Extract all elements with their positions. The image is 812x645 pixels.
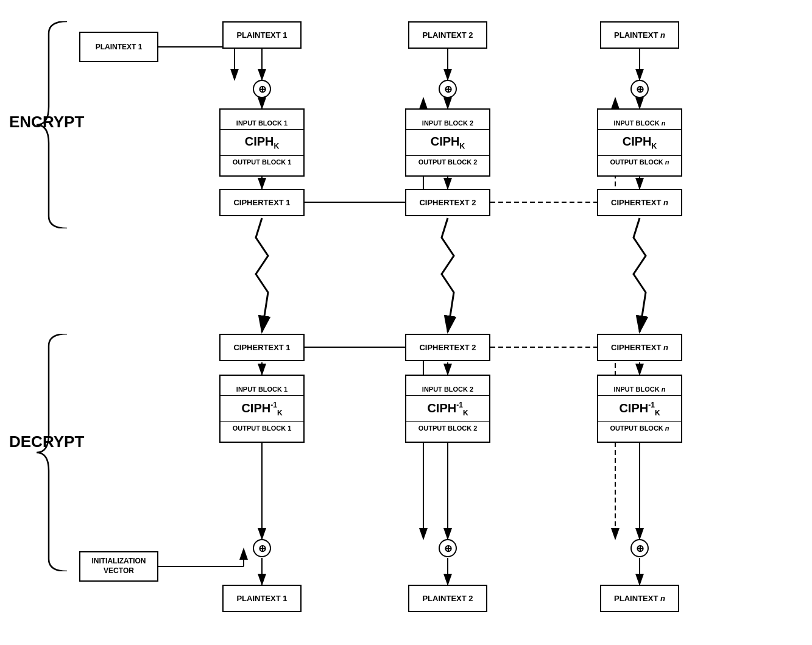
enc-pt2-box: PLAINTEXT 2 [408,21,487,49]
dec-input-block1-label: INPUT BLOCK 1 [221,383,303,396]
enc-ciphn-label: CIPHK [623,130,657,155]
iv-top-box: PLAINTEXT 1 [79,32,158,62]
decrypt-label: DECRYPT [9,432,84,451]
dec-pt2-label: PLAINTEXT 2 [422,594,473,603]
dec-pt2-box: PLAINTEXT 2 [408,585,487,612]
enc-pt1-label: PLAINTEXT 1 [236,30,287,40]
enc-ptn-label: PLAINTEXT n [614,30,665,40]
dec-cipher1-box: INPUT BLOCK 1 CIPH-1K OUTPUT BLOCK 1 [219,375,305,443]
enc-cipher2-box: INPUT BLOCK 2 CIPHK OUTPUT BLOCK 2 [405,108,490,177]
dec-xor2: ⊕ [439,539,457,557]
dec-ct1-label: CIPHERTEXT 1 [233,343,290,352]
dec-ciph2-label: CIPH-1K [427,396,468,422]
iv-bottom-label: INITIALIZATIONVECTOR [91,557,146,576]
dec-ciphern-box: INPUT BLOCK n CIPH-1K OUTPUT BLOCK n [597,375,682,443]
enc-ct1-label: CIPHERTEXT 1 [233,198,290,207]
dec-pt1-label: PLAINTEXT 1 [236,594,287,603]
enc-xorn-symbol: ⊕ [636,83,644,95]
encrypt-label: ENCRYPT [9,113,84,132]
diagram-container: ENCRYPT DECRYPT PLAINTEXT 1 PLAINTEXT 1 … [0,0,812,645]
enc-pt1-box: PLAINTEXT 1 [222,21,302,49]
enc-xor1: ⊕ [253,80,271,98]
dec-input-block2-label: INPUT BLOCK 2 [406,383,489,396]
enc-xor2: ⊕ [439,80,457,98]
dec-input-blockn-label: INPUT BLOCK n [598,383,681,396]
dec-ctn-box: CIPHERTEXT n [597,334,682,361]
enc-ciph2-label: CIPHK [431,130,465,155]
enc-pt2-label: PLAINTEXT 2 [422,30,473,40]
enc-ct2-label: CIPHERTEXT 2 [419,198,476,207]
dec-ct1-box: CIPHERTEXT 1 [219,334,305,361]
enc-ct1-box: CIPHERTEXT 1 [219,189,305,216]
dec-ciphn-label: CIPH-1K [619,396,660,422]
dec-xor1-symbol: ⊕ [258,543,266,554]
dec-output-blockn-label: OUTPUT BLOCK n [598,421,681,434]
enc-output-blockn-label: OUTPUT BLOCK n [598,155,681,168]
enc-input-block2-label: INPUT BLOCK 2 [406,117,489,130]
enc-xor1-symbol: ⊕ [258,83,266,95]
dec-ptn-box: PLAINTEXT n [600,585,679,612]
enc-xor2-symbol: ⊕ [444,83,452,95]
decrypt-brace [37,334,73,571]
enc-output-block2-label: OUTPUT BLOCK 2 [406,155,489,168]
dec-xorn-symbol: ⊕ [636,543,644,554]
dec-ct2-box: CIPHERTEXT 2 [405,334,490,361]
dec-ptn-label: PLAINTEXT n [614,594,665,603]
enc-cipher1-box: INPUT BLOCK 1 CIPHK OUTPUT BLOCK 1 [219,108,305,177]
dec-xor1: ⊕ [253,539,271,557]
enc-ciph1-label: CIPHK [245,130,279,155]
iv-top-label: PLAINTEXT 1 [96,43,143,51]
enc-ciphern-box: INPUT BLOCK n CIPHK OUTPUT BLOCK n [597,108,682,177]
dec-xorn: ⊕ [630,539,649,557]
enc-ptn-box: PLAINTEXT n [600,21,679,49]
arrows-svg [0,0,812,645]
dec-xor2-symbol: ⊕ [444,543,452,554]
enc-input-blockn-label: INPUT BLOCK n [598,117,681,130]
enc-output-block1-label: OUTPUT BLOCK 1 [221,155,303,168]
dec-output-block2-label: OUTPUT BLOCK 2 [406,421,489,434]
enc-input-block1-label: INPUT BLOCK 1 [221,117,303,130]
dec-cipher2-box: INPUT BLOCK 2 CIPH-1K OUTPUT BLOCK 2 [405,375,490,443]
enc-ctn-box: CIPHERTEXT n [597,189,682,216]
dec-output-block1-label: OUTPUT BLOCK 1 [221,421,303,434]
enc-ct2-box: CIPHERTEXT 2 [405,189,490,216]
dec-ct2-label: CIPHERTEXT 2 [419,343,476,352]
dec-ctn-label: CIPHERTEXT n [611,343,668,352]
iv-bottom-box: INITIALIZATIONVECTOR [79,551,158,582]
dec-ciph1-label: CIPH-1K [241,396,282,422]
dec-pt1-box: PLAINTEXT 1 [222,585,302,612]
enc-xorn: ⊕ [630,80,649,98]
enc-ctn-label: CIPHERTEXT n [611,198,668,207]
